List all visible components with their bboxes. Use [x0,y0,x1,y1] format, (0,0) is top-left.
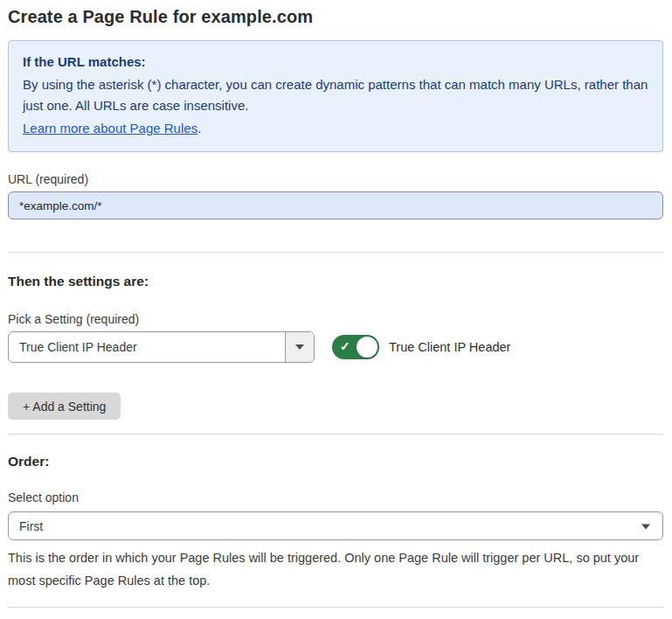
info-box-body: By using the asterisk (*) character, you… [23,74,648,116]
setting-row: True Client IP Header ✓ True Client IP H… [8,331,663,363]
settings-section-heading: Then the settings are: [8,274,663,289]
true-client-ip-toggle[interactable]: ✓ [332,335,379,359]
info-box-heading: If the URL matches: [23,52,648,73]
order-select-label: Select option [8,490,663,504]
url-match-info-box: If the URL matches: By using the asteris… [8,40,663,152]
pick-setting-label: Pick a Setting (required) [8,312,663,326]
section-divider [8,434,663,435]
chevron-down-icon [641,524,650,529]
setting-select[interactable]: True Client IP Header [8,331,315,363]
setting-select-value: True Client IP Header [9,340,285,354]
url-input[interactable] [8,191,663,219]
toggle-knob [357,337,378,358]
setting-select-arrow-segment[interactable] [285,332,314,362]
order-select[interactable]: First [8,511,663,540]
section-divider [8,252,663,253]
link-period: . [197,121,201,136]
order-select-value: First [9,519,53,533]
page-title: Create a Page Rule for example.com [8,7,663,27]
section-divider [8,607,663,608]
page-rule-form: Create a Page Rule for example.com If th… [0,0,672,619]
check-icon: ✓ [340,340,350,352]
info-link-line: Learn more about Page Rules. [23,118,648,139]
learn-more-link[interactable]: Learn more about Page Rules [23,121,197,136]
add-setting-button[interactable]: + Add a Setting [8,393,121,420]
toggle-label: True Client IP Header [389,340,510,354]
order-help-text: This is the order in which your Page Rul… [8,546,659,592]
chevron-down-icon [295,344,304,350]
url-field-label: URL (required) [8,172,663,186]
order-section-heading: Order: [8,454,663,469]
